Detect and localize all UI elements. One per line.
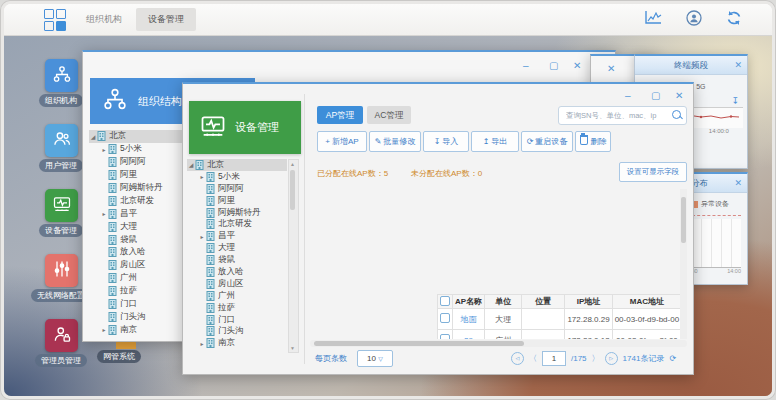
batch-edit-button[interactable]: ✎批量修改 (369, 131, 421, 152)
sidebar-item-admins[interactable] (45, 319, 78, 352)
chart-icon[interactable] (645, 10, 662, 26)
tree-item-label: 广州 (120, 272, 137, 284)
restart-device-button[interactable]: ⟳重启设备 (521, 131, 573, 152)
refresh-icon[interactable]: ⟳ (669, 354, 676, 363)
expand-arrow-icon[interactable]: ▸ (100, 210, 108, 217)
table-cell: 大理 (485, 309, 522, 330)
sidebar-item-users[interactable] (45, 124, 78, 157)
tree-item[interactable]: 放入哈 (187, 266, 287, 278)
table-cell (522, 330, 565, 340)
tree-item[interactable]: 广州 (187, 290, 287, 302)
maximize-icon[interactable]: ▢ (651, 90, 660, 102)
minimize-icon[interactable]: – (625, 90, 631, 102)
expand-arrow-icon[interactable]: ▸ (198, 173, 206, 180)
table-row[interactable]: 29广州172.28.0.1300-03-0f-ce-2f-00WL8200I2… (438, 330, 688, 340)
sidebar-item-devices[interactable] (45, 189, 78, 222)
tree-item[interactable]: ◢北京 (187, 159, 287, 171)
sidebar-item-wireless-config[interactable] (45, 254, 78, 287)
building-icon (108, 312, 117, 322)
expand-arrow-icon[interactable]: ▸ (100, 146, 108, 153)
tree-item-label: 袋鼠 (120, 234, 137, 246)
export-button[interactable]: ↥导出 (471, 131, 519, 152)
table-cell: 00-03-0f-d9-bd-00 (612, 309, 681, 330)
tree-item[interactable]: 门口 (187, 314, 287, 326)
tree-item[interactable]: 袋鼠 (187, 254, 287, 266)
tree-item[interactable]: 拉萨 (187, 302, 287, 314)
tree-item[interactable]: 房山区 (187, 278, 287, 290)
refresh-icon[interactable] (726, 10, 742, 26)
column-header[interactable]: MAC地址 (612, 295, 681, 309)
expand-arrow-icon[interactable]: ▸ (100, 326, 108, 333)
first-page-icon[interactable]: ◁ (511, 352, 524, 365)
display-fields-button[interactable]: 设置可显示字段 (619, 162, 687, 182)
close-icon[interactable]: ✕ (675, 90, 683, 102)
scroll-up-icon[interactable]: ▲ (289, 161, 296, 167)
last-page-icon[interactable]: ▷ (605, 352, 618, 365)
tab-organization[interactable]: 组织机构 (86, 13, 122, 26)
close-icon[interactable]: ✕ (734, 60, 742, 70)
building-icon (206, 231, 215, 241)
ap-name-link[interactable]: 29 (453, 330, 485, 340)
tree-scrollbar[interactable]: ▲ ▼ (288, 159, 299, 353)
table-cell: 172.28.0.13 (565, 330, 612, 340)
expand-arrow-icon[interactable]: ▸ (198, 340, 206, 347)
column-header[interactable]: 单位 (485, 295, 522, 309)
select-all-checkbox[interactable] (438, 295, 453, 309)
prev-page-icon[interactable]: 〈 (529, 353, 537, 364)
tree-item[interactable]: 阿里 (187, 195, 287, 207)
building-icon (206, 208, 215, 218)
table-scrollbar[interactable] (680, 189, 687, 339)
table-h-scrollbar[interactable] (310, 340, 687, 347)
building-icon (108, 209, 117, 219)
maximize-icon[interactable]: ▢ (549, 60, 558, 72)
tree-item[interactable]: ▸5小米 (187, 171, 287, 183)
delete-button[interactable]: 删除 (575, 131, 611, 152)
expand-arrow-icon[interactable]: ◢ (89, 133, 97, 140)
expand-arrow-icon[interactable]: ◢ (187, 161, 195, 168)
expand-arrow-icon[interactable]: ▸ (198, 233, 206, 240)
column-header[interactable]: 位置 (522, 295, 565, 309)
tree-item[interactable]: ▸南京 (187, 337, 287, 349)
close-icon[interactable]: ✕ (607, 63, 615, 75)
page-input[interactable]: 1 (542, 351, 566, 366)
ap-name-link[interactable]: 地面 (453, 309, 485, 330)
network-system-icon[interactable] (116, 341, 136, 349)
divider (304, 94, 305, 364)
building-icon (206, 326, 215, 336)
add-ap-button[interactable]: +新增AP (317, 131, 367, 152)
tree-item[interactable]: 阿阿阿 (187, 183, 287, 195)
column-header[interactable]: IP地址 (565, 295, 612, 309)
tab-ac-management[interactable]: AC管理 (367, 106, 411, 124)
search-icon[interactable] (672, 110, 681, 119)
tree-item-label: 5小米 (218, 171, 240, 183)
ap-table: AP名称单位位置IP地址MAC地址SN号 地面大理172.28.0.2900-0… (437, 294, 687, 339)
tree-item[interactable]: ▸昌平 (187, 230, 287, 242)
next-page-icon[interactable]: 〉 (592, 353, 600, 364)
account-icon[interactable] (686, 10, 702, 26)
tab-ap-management[interactable]: AP管理 (317, 106, 363, 124)
tree-item-label: 阿姆斯特丹 (218, 207, 261, 219)
per-page-select[interactable]: 10 ▽ (357, 350, 393, 367)
tree-item[interactable]: 北京研发 (187, 218, 287, 230)
close-icon[interactable]: ✕ (573, 60, 581, 72)
tree-item[interactable]: 大理 (187, 242, 287, 254)
building-icon (108, 260, 117, 270)
search-input[interactable] (564, 108, 666, 123)
device-org-tree: ◢北京▸5小米阿阿阿阿里阿姆斯特丹北京研发▸昌平大理袋鼠放入哈房山区广州拉萨门口… (187, 159, 287, 351)
column-header[interactable]: AP名称 (453, 295, 485, 309)
close-icon[interactable]: ✕ (734, 178, 742, 188)
tab-device-management[interactable]: 设备管理 (136, 8, 196, 31)
row-checkbox[interactable] (438, 330, 453, 340)
row-checkbox[interactable] (438, 309, 453, 330)
tree-item[interactable]: 门头沟 (187, 325, 287, 337)
tree-item[interactable]: 阿姆斯特丹 (187, 207, 287, 219)
restart-icon: ⟳ (527, 137, 534, 146)
minimize-icon[interactable]: – (523, 60, 529, 72)
tree-item-label: 放入哈 (120, 246, 146, 258)
search-box (558, 106, 687, 125)
table-row[interactable]: 地面大理172.28.0.2900-03-0f-d9-bd-002000WAPL… (438, 309, 688, 330)
download-icon[interactable]: ↧ (731, 96, 739, 106)
org-structure-title: 组织结构 (138, 94, 182, 109)
import-button[interactable]: ↧导入 (423, 131, 469, 152)
sidebar-item-organization[interactable] (45, 59, 78, 92)
